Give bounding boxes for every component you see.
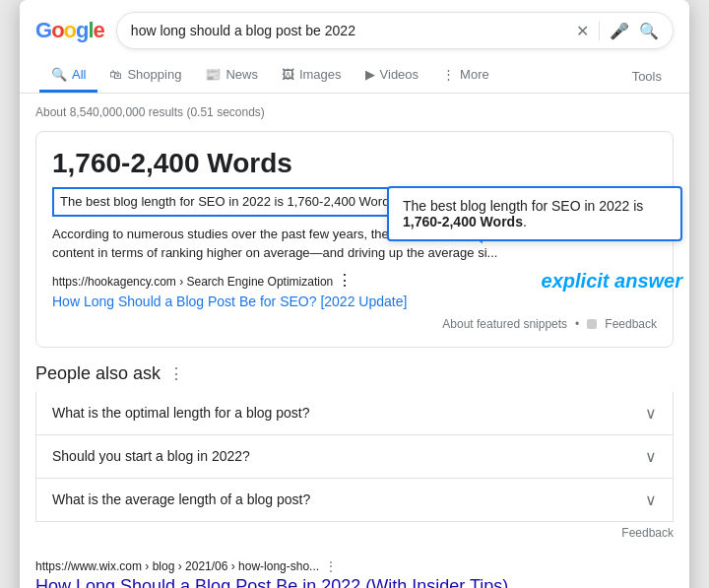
news-icon: 📰: [205, 67, 221, 82]
result-url-text: https://www.wix.com › blog › 2021/06 › h…: [35, 559, 319, 573]
snippet-link[interactable]: How Long Should a Blog Post Be for SEO? …: [52, 294, 657, 309]
paa-item-3[interactable]: What is the average length of a blog pos…: [35, 479, 674, 522]
snippets-dot-separator: •: [575, 317, 579, 331]
snippet-url-path: https://hookagency.com › Search Engine O…: [52, 275, 333, 289]
featured-snippet: 1,760-2,400 Words The best blog length f…: [35, 131, 674, 348]
search-bar-row: Google ✕ 🎤 🔍: [35, 12, 674, 49]
logo-e: e: [94, 18, 104, 42]
second-result: https://www.wix.com › blog › 2021/06 › h…: [35, 559, 674, 589]
logo-o1: o: [51, 18, 63, 42]
result-options-icon[interactable]: ⋮: [325, 559, 337, 573]
about-snippets-label[interactable]: About featured snippets: [442, 317, 567, 331]
divider: [599, 21, 600, 40]
google-logo: Google: [35, 18, 104, 43]
snippet-options-icon[interactable]: ⋮: [337, 272, 353, 289]
content: About 8,540,000,000 results (0.51 second…: [20, 94, 689, 588]
tab-videos-label: Videos: [380, 67, 419, 82]
paa-item-2[interactable]: Should you start a blog in 2022? ∨: [35, 435, 674, 479]
all-icon: 🔍: [51, 67, 67, 82]
header: Google ✕ 🎤 🔍 🔍 All 🛍 Shopping: [20, 0, 689, 94]
callout-bold: 1,760-2,400 Words: [403, 214, 523, 229]
result-link[interactable]: How Long Should a Blog Post Be in 2022 (…: [35, 576, 674, 589]
snippet-feedback-label[interactable]: Feedback: [605, 317, 657, 331]
tools-link[interactable]: Tools: [620, 61, 674, 92]
paa-question-3: What is the average length of a blog pos…: [52, 491, 310, 507]
search-icons: ✕ 🎤 🔍: [576, 21, 659, 40]
tab-shopping[interactable]: 🛍 Shopping: [97, 59, 193, 93]
feedback-icon: [587, 319, 597, 329]
paa-feedback: Feedback: [35, 522, 674, 544]
tab-more-label: More: [460, 67, 489, 82]
paa-title: People also ask: [35, 363, 161, 384]
nav-tabs: 🔍 All 🛍 Shopping 📰 News 🖼 Images ▶ Video…: [35, 59, 674, 93]
paa-question-1: What is the optimal length for a blog po…: [52, 405, 309, 421]
tab-shopping-label: Shopping: [127, 67, 181, 82]
microphone-icon[interactable]: 🎤: [610, 22, 629, 40]
search-bar[interactable]: ✕ 🎤 🔍: [116, 12, 674, 49]
result-url: https://www.wix.com › blog › 2021/06 › h…: [35, 559, 674, 573]
highlighted-text: The best blog length for SEO in 2022 is …: [60, 194, 399, 209]
logo-g: G: [35, 18, 51, 42]
chevron-down-icon-3: ∨: [645, 490, 657, 509]
paa-item-1[interactable]: What is the optimal length for a blog po…: [35, 392, 674, 435]
shopping-icon: 🛍: [109, 67, 122, 82]
explicit-answer-label: explicit answer: [542, 270, 682, 293]
search-icon[interactable]: 🔍: [639, 22, 659, 40]
logo-g2: g: [76, 18, 88, 42]
paa-header: People also ask ⋮: [35, 363, 674, 384]
explicit-answer-text: explicit answer: [542, 270, 682, 292]
tab-all[interactable]: 🔍 All: [39, 59, 97, 93]
results-count: About 8,540,000,000 results (0.51 second…: [35, 101, 674, 119]
chevron-down-icon-2: ∨: [645, 447, 657, 466]
logo-o2: o: [64, 18, 76, 42]
tab-images[interactable]: 🖼 Images: [270, 59, 354, 93]
tab-all-label: All: [72, 67, 86, 82]
search-input[interactable]: [131, 23, 568, 38]
paa-options-icon[interactable]: ⋮: [168, 364, 184, 383]
tab-news[interactable]: 📰 News: [193, 59, 270, 93]
browser-window: Google ✕ 🎤 🔍 🔍 All 🛍 Shopping: [20, 0, 689, 588]
paa-question-2: Should you start a blog in 2022?: [52, 448, 250, 464]
callout-bubble: The best blog length for SEO in 2022 is …: [387, 186, 682, 241]
snippet-title: 1,760-2,400 Words: [52, 148, 657, 179]
tab-more[interactable]: ⋮ More: [430, 59, 501, 93]
people-also-ask: People also ask ⋮ What is the optimal le…: [35, 363, 674, 544]
images-icon: 🖼: [282, 67, 294, 82]
callout-text: The best blog length for SEO in 2022 is …: [403, 198, 643, 229]
snippet-highlighted: The best blog length for SEO in 2022 is …: [52, 187, 407, 217]
tab-news-label: News: [226, 67, 258, 82]
videos-icon: ▶: [365, 67, 375, 82]
chevron-down-icon-1: ∨: [645, 404, 657, 423]
clear-icon[interactable]: ✕: [576, 22, 589, 40]
tab-videos[interactable]: ▶ Videos: [354, 59, 431, 93]
tab-images-label: Images: [299, 67, 342, 82]
snippet-footer: About featured snippets • Feedback: [52, 317, 657, 331]
more-dots-icon: ⋮: [442, 67, 455, 82]
paa-feedback-label[interactable]: Feedback: [621, 526, 674, 540]
